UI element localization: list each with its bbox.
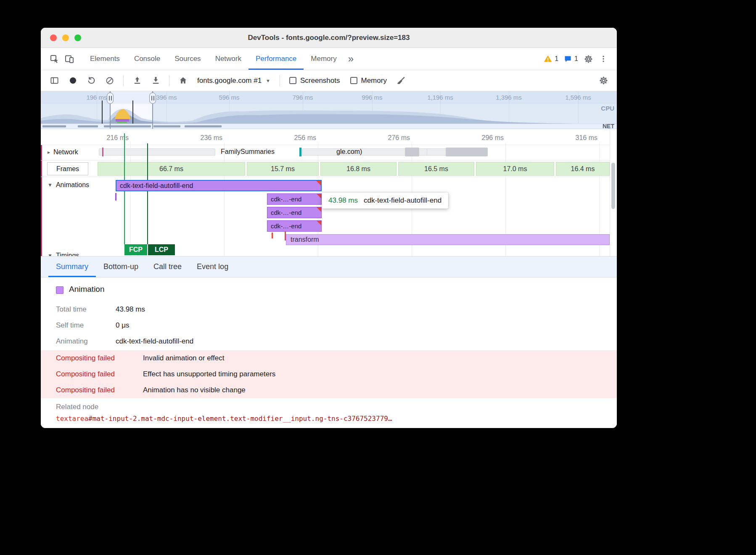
tab-call-tree[interactable]: Call tree: [146, 256, 189, 277]
summary-pane: Animation Total time 43.98 ms Self time …: [41, 278, 617, 428]
lcp-badge[interactable]: LCP: [148, 244, 175, 255]
issues-indicator[interactable]: 1: [561, 51, 581, 66]
warning-count: 1: [555, 55, 558, 63]
warnings-indicator[interactable]: 1: [541, 51, 561, 66]
frame-cell[interactable]: 66.7 ms: [98, 162, 245, 176]
network-request-bar[interactable]: [302, 148, 445, 156]
tab-elements[interactable]: Elements: [83, 48, 127, 70]
compositing-failed-label: Compositing failed: [56, 370, 115, 378]
tab-elements-label: Elements: [90, 55, 120, 63]
network-track-expander[interactable]: ▸ Network: [48, 148, 78, 156]
self-time-label: Self time: [56, 321, 84, 330]
frame-cell[interactable]: 16.5 ms: [398, 162, 474, 176]
frame-cell[interactable]: 16.4 ms: [556, 162, 610, 176]
animations-track-expander[interactable]: ▼ Animations: [48, 181, 89, 189]
selection-handle-left-grip-icon[interactable]: [107, 92, 114, 104]
animation-event-bar[interactable]: cdk-…-end: [267, 220, 322, 232]
save-profile-icon[interactable]: [148, 73, 163, 88]
close-window-button[interactable]: [50, 34, 57, 41]
record-icon: [70, 77, 76, 84]
screenshots-checkbox-group: Screenshots: [286, 77, 344, 85]
animating-value: cdk-text-field-autofill-end: [116, 337, 193, 346]
selection-handle-left[interactable]: [110, 91, 111, 129]
selection-handle-right[interactable]: [152, 91, 153, 129]
related-node-link[interactable]: textarea#mat-input-2.mat-mdc-input-eleme…: [56, 415, 392, 423]
memory-checkbox-label: Memory: [361, 77, 387, 85]
animation-category-swatch: [56, 286, 63, 294]
track-divider: [41, 145, 610, 145]
tab-console[interactable]: Console: [127, 48, 167, 70]
toggle-sidebar-icon[interactable]: [47, 73, 62, 88]
network-request-block[interactable]: [446, 148, 488, 156]
timings-track-expander[interactable]: ▼ Timings: [48, 252, 79, 256]
reload-and-record-icon[interactable]: [84, 73, 99, 88]
tab-event-log-label: Event log: [197, 262, 228, 271]
overview-dim-right: [153, 91, 617, 124]
track-divider: [41, 160, 610, 161]
net-label: NET: [603, 123, 614, 129]
inspect-element-icon[interactable]: [47, 51, 62, 66]
tab-event-log[interactable]: Event log: [189, 256, 236, 277]
memory-checkbox[interactable]: [350, 77, 357, 84]
kebab-menu-icon[interactable]: [596, 51, 611, 66]
network-marker-tick: [102, 148, 103, 156]
tab-network[interactable]: Network: [208, 48, 248, 70]
memory-checkbox-group: Memory: [347, 77, 390, 85]
device-toolbar-icon[interactable]: [62, 51, 77, 66]
frame-cell[interactable]: 16.8 ms: [320, 162, 397, 176]
frames-track-label[interactable]: Frames: [47, 162, 88, 175]
warning-corner-icon: [316, 181, 321, 185]
collect-garbage-broom-icon[interactable]: [394, 73, 409, 88]
animation-event-bar-selected[interactable]: cdk-text-field-autofill-end: [116, 180, 322, 191]
scrollbar-track-edge: [610, 129, 610, 256]
performance-toolbar: fonts.google.com #1 ▼ Screenshots Memory: [41, 70, 617, 91]
animation-bar-label: cdk-…-end: [271, 209, 301, 216]
detail-pane-tabs: Summary Bottom-up Call tree Event log: [41, 256, 617, 278]
timings-track-label: Timings: [56, 252, 79, 256]
load-profile-icon[interactable]: [130, 73, 145, 88]
gridline: [224, 143, 225, 256]
tab-bottom-up[interactable]: Bottom-up: [96, 256, 146, 277]
summary-category: Animation: [69, 285, 105, 294]
tab-sources[interactable]: Sources: [167, 48, 208, 70]
frame-cell[interactable]: 15.7 ms: [247, 162, 319, 176]
toolbar-separator: [123, 75, 124, 87]
transform-animation-bar[interactable]: transform: [286, 234, 610, 245]
clear-recording-icon[interactable]: [102, 73, 117, 88]
network-request-block[interactable]: [405, 148, 419, 156]
compositing-failed-message: Animation has no visible change: [143, 386, 246, 394]
vertical-scrollbar-thumb[interactable]: [611, 163, 615, 209]
profile-select[interactable]: fonts.google.com #1 ▼: [194, 77, 274, 85]
network-request-label[interactable]: gle.com): [336, 148, 362, 156]
network-request-label[interactable]: FamilySummaries: [221, 148, 275, 156]
tab-memory[interactable]: Memory: [304, 48, 344, 70]
compositing-failed-message: Effect has unsupported timing parameters: [143, 370, 275, 378]
screenshots-checkbox[interactable]: [289, 77, 296, 84]
animation-event-bar[interactable]: cdk-…-end: [267, 193, 322, 205]
compositing-warning-row: Compositing failed Animation has no visi…: [41, 382, 617, 398]
timeline-overview[interactable]: 196 ms 396 ms 596 ms 796 ms 996 ms 1,196…: [41, 91, 617, 129]
selected-track-edge: [41, 145, 42, 256]
network-request-bar[interactable]: [99, 148, 215, 156]
warning-corner-icon: [317, 207, 321, 212]
devtools-window: DevTools - fonts.google.com/?preview.siz…: [41, 28, 617, 428]
screenshots-checkbox-label: Screenshots: [300, 77, 340, 85]
devtools-settings-gear-icon[interactable]: [581, 51, 596, 66]
more-tabs-icon[interactable]: »: [344, 54, 358, 64]
frame-cell[interactable]: 17.0 ms: [476, 162, 554, 176]
tab-performance[interactable]: Performance: [248, 48, 304, 70]
transform-bar-label: transform: [291, 236, 319, 243]
home-icon[interactable]: [175, 73, 190, 88]
tab-summary[interactable]: Summary: [48, 256, 96, 277]
warning-corner-icon: [317, 194, 321, 198]
animation-event-bar[interactable]: cdk-…-end: [267, 207, 322, 218]
fcp-badge[interactable]: FCP: [124, 244, 147, 255]
animating-label: Animating: [56, 337, 88, 346]
capture-settings-gear-icon[interactable]: [596, 73, 611, 88]
zoom-window-button[interactable]: [74, 34, 81, 41]
selection-handle-right-grip-icon[interactable]: [149, 92, 156, 104]
timeline-tracks[interactable]: 216 ms 236 ms 256 ms 276 ms 296 ms 316 m…: [41, 129, 617, 256]
net-activity-bar: [42, 125, 66, 127]
minimize-window-button[interactable]: [62, 34, 69, 41]
record-button[interactable]: [65, 73, 80, 88]
